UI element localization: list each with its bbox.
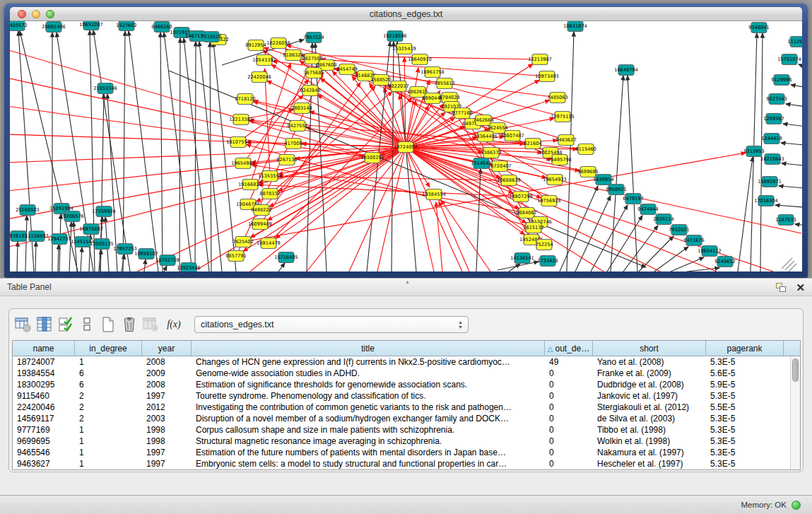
table-cell[interactable]: 2 [75, 390, 142, 402]
graph-node[interactable]: 8215953 [743, 146, 764, 157]
table-cell[interactable]: Estimation of the future numbers of pati… [192, 447, 545, 458]
graph-node[interactable]: 12942757 [47, 234, 71, 245]
graph-node[interactable]: 1514545 [471, 158, 491, 169]
graph-node[interactable]: 1733426 [537, 256, 558, 267]
graph-node[interactable]: 9242848 [300, 86, 320, 96]
table-cell[interactable]: 0 [545, 379, 593, 390]
table-cell[interactable]: Disruption of a novel member of a sodium… [192, 413, 545, 424]
table-cell[interactable]: 18724007 [13, 356, 75, 368]
black-edge[interactable] [781, 143, 802, 146]
black-edge[interactable] [738, 157, 753, 271]
table-cell[interactable]: 0 [545, 390, 593, 402]
black-edge[interactable] [799, 64, 802, 69]
graph-node[interactable]: 16914479 [257, 238, 281, 249]
black-edge[interactable] [791, 85, 802, 88]
table-cell[interactable]: 5.3E-5 [706, 390, 784, 402]
graph-node[interactable]: 9777169 [452, 108, 472, 119]
black-edge[interactable] [144, 259, 146, 271]
table-cell[interactable]: 5.3E-5 [706, 458, 784, 469]
black-edge[interactable] [611, 76, 623, 271]
black-edge[interactable] [575, 196, 611, 271]
table-cell[interactable]: Corpus callosum shape and size in male p… [192, 424, 545, 436]
graph-node[interactable]: 1112576 [787, 37, 802, 47]
graph-node[interactable]: 2803144 [291, 103, 312, 114]
black-edge[interactable] [560, 186, 598, 271]
graph-node[interactable]: 8912954 [245, 40, 266, 51]
black-edge[interactable] [17, 242, 18, 271]
graph-node[interactable]: 3675685 [303, 68, 324, 78]
table-row[interactable]: 1872400712008Changes of HCN gene express… [13, 356, 790, 368]
table-cell[interactable]: 49 [545, 356, 593, 368]
graph-node[interactable]: 20691406 [42, 22, 66, 33]
black-edge[interactable] [180, 38, 180, 271]
graph-node[interactable]: 752254 [535, 240, 553, 250]
table-cell[interactable]: 0 [545, 424, 593, 436]
graph-node[interactable]: 6479197 [623, 194, 643, 204]
table-cell[interactable]: 14569117 [13, 413, 75, 424]
graph-node[interactable]: 1209387 [763, 114, 784, 124]
black-edge[interactable] [567, 32, 574, 271]
table-cell[interactable]: 5.6E-5 [706, 368, 784, 379]
graph-node[interactable]: 11353554 [258, 171, 282, 182]
new-document-icon[interactable] [98, 315, 118, 334]
graph-node[interactable]: 10688639 [497, 175, 521, 186]
graph-node[interactable]: 12923446 [177, 263, 201, 272]
table-cell[interactable]: Genome-wide association studies in ADHD. [192, 368, 545, 379]
red-edge[interactable] [252, 165, 526, 213]
graph-node[interactable]: 1615132 [523, 223, 543, 233]
graph-node[interactable]: 8427552 [287, 121, 307, 132]
table-cell[interactable]: 5.3E-5 [706, 413, 784, 424]
graph-node[interactable]: 16975887 [79, 224, 103, 235]
table-cell[interactable]: Stergiakouli et al. (2012) [593, 402, 706, 413]
graph-node[interactable]: 18107554 [226, 137, 250, 148]
table-settings-icon[interactable] [13, 315, 33, 334]
table-cell[interactable]: 9465546 [13, 447, 75, 458]
graph-node[interactable]: 10653287 [79, 21, 103, 30]
table-cell[interactable]: Hescheler et al. (1997) [593, 458, 706, 469]
table-cell[interactable]: 0 [545, 402, 593, 413]
table-cell[interactable]: 2008 [142, 356, 192, 368]
network-canvas[interactable]: 1872400718300295193845548912954182260588… [10, 21, 802, 271]
graph-node[interactable]: 417006 [284, 139, 302, 149]
graph-node[interactable]: 8471676 [683, 235, 704, 246]
table-cell[interactable]: 0 [545, 458, 593, 469]
graph-node[interactable]: 9348041 [748, 23, 769, 33]
red-edge[interactable] [10, 134, 406, 147]
graph-node[interactable]: 7485063 [547, 93, 567, 103]
graph-node[interactable]: 12213987 [528, 54, 552, 65]
table-cell[interactable]: 2012 [142, 402, 192, 413]
column-header-pagerank[interactable]: pagerank [706, 341, 784, 356]
column-select-icon[interactable] [35, 315, 54, 334]
graph-node[interactable]: 16648794 [614, 65, 638, 76]
graph-node[interactable]: 9245652 [714, 257, 735, 267]
table-row[interactable]: 977716911998Corpus callosum shape and si… [13, 424, 790, 436]
black-edge[interactable] [278, 263, 285, 271]
table-cell[interactable]: 1998 [142, 424, 192, 436]
table-cell[interactable]: 1 [75, 447, 142, 458]
graph-node[interactable]: 8878332 [259, 189, 280, 199]
table-cell[interactable]: Structural magnetic resonance image aver… [192, 436, 545, 447]
black-edge[interactable] [782, 163, 802, 166]
graph-node[interactable]: 16782759 [155, 255, 180, 266]
table-body[interactable]: 1872400712008Changes of HCN gene express… [13, 356, 790, 469]
graph-node[interactable]: 2405572 [10, 21, 28, 31]
black-edge[interactable] [786, 104, 802, 107]
table-cell[interactable]: 5.5E-5 [706, 402, 784, 413]
table-cell[interactable]: Dudbridge et al. (2008) [593, 379, 706, 390]
scrollbar-thumb[interactable] [792, 358, 799, 382]
graph-node[interactable]: 12213383 [229, 115, 253, 125]
graph-node[interactable]: 7625402 [233, 237, 253, 247]
table-cell[interactable]: 9463627 [13, 458, 75, 469]
graph-node[interactable]: 19654983 [231, 158, 255, 169]
table-cell[interactable]: 1997 [142, 447, 192, 458]
table-cell[interactable]: 0 [545, 436, 593, 447]
red-edge[interactable] [436, 202, 442, 271]
graph-node[interactable]: 7955812 [434, 78, 454, 89]
panel-resize-grip[interactable]: ▴ [406, 279, 409, 285]
table-cell[interactable]: 1 [75, 424, 142, 436]
graph-node[interactable]: 8186328 [283, 50, 303, 61]
black-edge[interactable] [623, 226, 658, 271]
table-cell[interactable]: Investigating the contribution of common… [192, 402, 545, 413]
graph-node[interactable]: 9227343 [766, 94, 787, 105]
graph-node[interactable]: 8267130 [276, 155, 297, 165]
